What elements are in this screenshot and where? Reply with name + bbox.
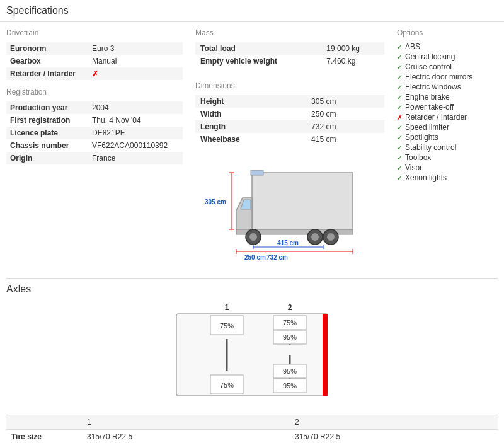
row-label: Production year (6, 101, 88, 114)
table-row: Length732 cm (195, 120, 384, 133)
option-label: Toolbox (405, 153, 431, 162)
row-value: DE821PF (88, 127, 183, 139)
option-label: Cruise control (405, 62, 452, 71)
option-item: ✓Central locking (397, 52, 498, 61)
axle-col1-header: 1 (82, 415, 290, 430)
registration-table: Production year2004First registrationThu… (6, 101, 183, 164)
svg-point-10 (327, 233, 335, 241)
mass-table: Total load19.000 kgEmpty vehicle weight7… (195, 42, 384, 67)
mass-title: Mass (195, 28, 384, 37)
option-label: Retarder / Intarder (405, 113, 467, 122)
svg-text:95%: 95% (283, 382, 297, 389)
option-item: ✓Electric door mirrors (397, 72, 498, 81)
check-yes-icon: ✓ (397, 43, 403, 51)
dimensions-title: Dimensions (195, 81, 384, 90)
row-label: Gearbox (6, 55, 88, 67)
svg-rect-21 (323, 314, 328, 396)
row-label: Length (195, 120, 306, 133)
option-item: ✓Stability control (397, 143, 498, 152)
option-label: ABS (405, 42, 420, 51)
axle-diagram: 1 2 75% 75% 95% 75% (164, 301, 340, 405)
check-yes-icon: ✓ (397, 154, 403, 162)
registration-title: Registration (6, 88, 183, 96)
check-yes-icon: ✓ (397, 124, 403, 132)
row-label: Licence plate (6, 127, 88, 139)
option-label: Electric door mirrors (405, 72, 472, 81)
axles-title: Axles (6, 284, 498, 295)
table-row: Retarder / Intarder✗ (6, 67, 183, 80)
option-item: ✓Electric windows (397, 83, 498, 91)
check-yes-icon: ✓ (397, 174, 403, 182)
axle2-value: 315/70 R22.5 (290, 430, 498, 444)
row-label: Empty vehicle weight (195, 55, 321, 67)
row-value: 732 cm (306, 120, 384, 133)
row-value: 19.000 kg (321, 42, 384, 55)
option-label: Power take-off (405, 103, 454, 112)
check-yes-icon: ✓ (397, 93, 403, 101)
row-label: Euronorm (6, 42, 88, 55)
row-value: France (88, 152, 183, 164)
table-row: Licence plateDE821PF (6, 127, 183, 139)
row-label: Total load (195, 42, 321, 55)
options-list: ✓ABS✓Central locking✓Cruise control✓Elec… (397, 42, 498, 182)
dimensions-table: Height305 cmWidth250 cmLength732 cmWheel… (195, 95, 384, 146)
axle-data-table: 1 2 Tire size315/70 R22.5315/70 R22.5Bra… (6, 415, 498, 443)
table-row: Empty vehicle weight7.460 kg (195, 55, 384, 67)
table-row: First registrationThu, 4 Nov '04 (6, 114, 183, 127)
height-label: 305 cm (205, 198, 226, 205)
svg-point-8 (311, 233, 319, 241)
axle1-value: 315/70 R22.5 (82, 430, 290, 444)
check-yes-icon: ✓ (397, 53, 403, 61)
wheelbase-label: 415 cm (277, 239, 299, 246)
axle-col2-header: 2 (290, 415, 498, 430)
row-label: Wheelbase (195, 133, 306, 146)
option-item: ✓Spotlights (397, 133, 498, 142)
row-value: 2004 (88, 101, 183, 114)
table-row: OriginFrance (6, 152, 183, 164)
option-item: ✓Visor (397, 163, 498, 172)
check-yes-icon: ✓ (397, 164, 403, 172)
options-title: Options (397, 28, 498, 37)
option-item: ✓Power take-off (397, 103, 498, 112)
row-value: Euro 3 (88, 42, 183, 55)
check-yes-icon: ✓ (397, 83, 403, 91)
table-row: Total load19.000 kg (195, 42, 384, 55)
option-label: Electric windows (405, 83, 461, 91)
svg-point-6 (249, 233, 257, 241)
row-label: Tire size (6, 430, 82, 444)
option-label: Stability control (405, 143, 456, 152)
table-row: EuronormEuro 3 (6, 42, 183, 55)
check-yes-icon: ✓ (397, 144, 403, 152)
row-label: Origin (6, 152, 88, 164)
option-label: Spotlights (405, 133, 438, 142)
svg-rect-0 (252, 173, 353, 229)
table-row: Height305 cm (195, 95, 384, 108)
option-item: ✓Toolbox (397, 153, 498, 162)
row-label: Chassis number (6, 139, 88, 152)
svg-text:95%: 95% (283, 333, 297, 341)
svg-text:95%: 95% (283, 367, 297, 375)
option-label: Xenon lights (405, 173, 447, 182)
table-row: GearboxManual (6, 55, 183, 67)
row-value: 305 cm (306, 95, 384, 108)
check-no-icon: ✗ (397, 113, 403, 122)
option-item: ✓Xenon lights (397, 173, 498, 182)
drivetrain-table: EuronormEuro 3GearboxManualRetarder / In… (6, 42, 183, 80)
row-label: First registration (6, 114, 88, 127)
svg-text:1: 1 (225, 303, 229, 312)
option-item: ✓Speed limiter (397, 123, 498, 132)
width-label: 250 cm (244, 254, 266, 261)
check-yes-icon: ✓ (397, 73, 403, 81)
svg-text:75%: 75% (220, 322, 234, 330)
row-value: Thu, 4 Nov '04 (88, 114, 183, 127)
page-title: Specifications (0, 0, 504, 22)
row-value: Manual (88, 55, 183, 67)
check-yes-icon: ✓ (397, 103, 403, 112)
option-label: Engine brake (405, 93, 450, 101)
check-yes-icon: ✓ (397, 63, 403, 71)
svg-rect-3 (251, 170, 263, 175)
option-item: ✓ABS (397, 42, 498, 51)
svg-text:75%: 75% (220, 381, 234, 389)
svg-text:75%: 75% (283, 319, 297, 326)
row-label: Retarder / Intarder (6, 67, 88, 80)
